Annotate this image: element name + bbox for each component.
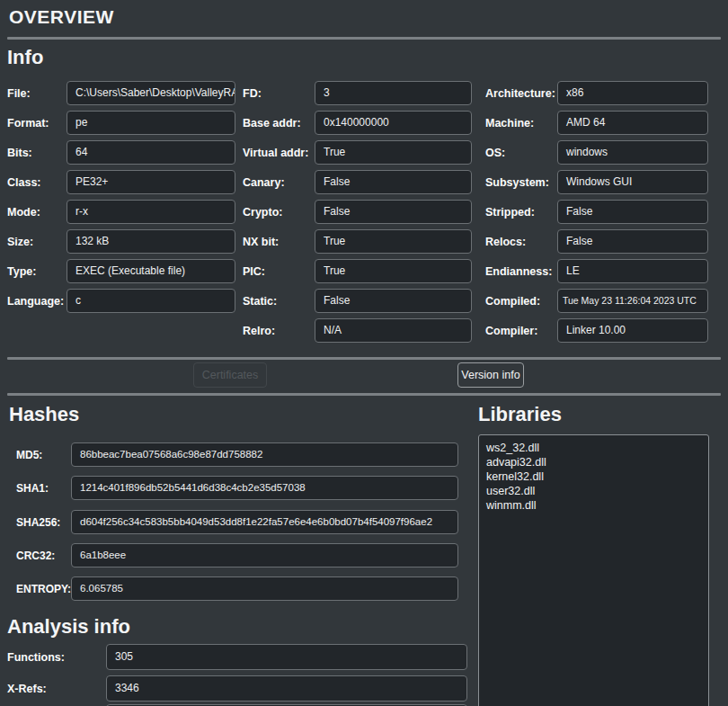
- library-item[interactable]: advapi32.dll: [486, 455, 701, 469]
- info-label-format: Format:: [7, 117, 67, 130]
- info-field-stripped[interactable]: False: [557, 200, 708, 224]
- info-field-endianness[interactable]: LE: [557, 259, 708, 283]
- info-row: FD:3: [243, 78, 472, 108]
- info-row: Format:pe: [7, 108, 235, 138]
- info-field-file[interactable]: C:\Users\Saber\Desktop\ValleyRAT: [67, 81, 235, 105]
- info-row: Compiler:Linker 10.00: [485, 316, 708, 345]
- hash-field-entropy[interactable]: 6.065785: [71, 576, 458, 601]
- info-label-subsystem: Subsystem:: [485, 176, 557, 189]
- info-row: Language:c: [7, 286, 235, 316]
- info-label-relro: Relro:: [243, 325, 315, 337]
- info-row: Architecture:x86: [485, 78, 708, 108]
- overview-panel: { "panel": { "title": "OVERVIEW" }, "col…: [0, 0, 728, 706]
- libraries-list[interactable]: ws2_32.dll advapi32.dll kernel32.dll use…: [478, 434, 709, 706]
- analysis-row: X-Refs:3346: [7, 675, 467, 702]
- info-field-architecture[interactable]: x86: [557, 81, 708, 105]
- info-row: Base addr:0x140000000: [243, 108, 472, 138]
- info-field-canary[interactable]: False: [315, 170, 472, 194]
- info-label-static: Static:: [243, 295, 315, 308]
- info-field-relro[interactable]: N/A: [315, 318, 472, 343]
- library-item[interactable]: winmm.dll: [486, 498, 701, 513]
- info-row: Compiled:Tue May 23 11:26:04 2023 UTC: [485, 286, 708, 316]
- info-row: Virtual addr:True: [243, 138, 472, 167]
- separator: [7, 37, 721, 40]
- info-row: Size:132 kB: [7, 227, 235, 256]
- library-item[interactable]: user32.dll: [486, 484, 701, 498]
- info-label-size: Size:: [7, 236, 67, 248]
- info-row: Mode:r-x: [7, 197, 235, 227]
- panel-title: OVERVIEW: [9, 6, 114, 28]
- info-field-static[interactable]: False: [315, 289, 472, 313]
- info-field-nx-bit[interactable]: True: [315, 229, 472, 254]
- info-column-1: File:C:\Users\Saber\Desktop\ValleyRAT Fo…: [7, 78, 235, 316]
- hash-field-md5[interactable]: 86bbeac7bea07568a6c98e87dd758882: [71, 442, 458, 467]
- analysis-label-functions: Functions:: [7, 651, 106, 664]
- info-row: NX bit:True: [243, 227, 472, 256]
- version-info-button[interactable]: Version info: [457, 362, 524, 388]
- info-field-class[interactable]: PE32+: [67, 170, 235, 194]
- info-field-compiler[interactable]: Linker 10.00: [557, 318, 708, 343]
- hash-field-sha256[interactable]: d604f256c34c583b5bb4049d53dd8f1e22fa57e6…: [71, 510, 458, 534]
- info-field-virtual-addr[interactable]: True: [315, 140, 472, 165]
- info-label-endianness: Endianness:: [485, 265, 557, 278]
- info-field-mode[interactable]: r-x: [67, 200, 235, 224]
- info-label-os: OS:: [485, 147, 557, 159]
- info-field-subsystem[interactable]: Windows GUI: [557, 170, 708, 194]
- info-field-type[interactable]: EXEC (Executable file): [67, 259, 235, 283]
- info-field-pic[interactable]: True: [315, 259, 472, 283]
- info-label-mode: Mode:: [7, 206, 67, 219]
- info-column-3: Architecture:x86 Machine:AMD 64 OS:windo…: [485, 78, 708, 345]
- hash-label-sha256: SHA256:: [16, 516, 71, 529]
- hash-label-md5: MD5:: [16, 449, 71, 461]
- info-field-bits[interactable]: 64: [67, 140, 235, 165]
- hash-label-crc32: CRC32:: [16, 550, 71, 562]
- info-field-language[interactable]: c: [67, 289, 235, 313]
- info-field-crypto[interactable]: False: [315, 200, 472, 224]
- info-row: Canary:False: [243, 167, 472, 197]
- info-label-relocs: Relocs:: [485, 236, 557, 248]
- hash-row: MD5:86bbeac7bea07568a6c98e87dd758882: [16, 442, 458, 467]
- info-row: PIC:True: [243, 256, 472, 286]
- hash-label-sha1: SHA1:: [16, 482, 71, 495]
- certificates-button: Certificates: [193, 362, 267, 388]
- hash-field-sha1[interactable]: 1214c401f896db52b5441d6d38c4cb2e35d57038: [71, 476, 458, 500]
- info-row: Relro:N/A: [243, 316, 472, 345]
- info-row: OS:windows: [485, 138, 708, 167]
- library-item[interactable]: kernel32.dll: [486, 469, 701, 484]
- hash-label-entropy: ENTROPY:: [16, 583, 71, 595]
- info-row: Machine:AMD 64: [485, 108, 708, 138]
- info-label-compiler: Compiler:: [485, 325, 557, 337]
- info-label-file: File:: [7, 87, 67, 100]
- info-field-size[interactable]: 132 kB: [67, 229, 235, 254]
- separator: [7, 393, 721, 396]
- info-label-machine: Machine:: [485, 117, 557, 130]
- analysis-heading: Analysis info: [7, 615, 130, 639]
- hash-row: SHA1:1214c401f896db52b5441d6d38c4cb2e35d…: [16, 476, 458, 500]
- info-field-compiled[interactable]: Tue May 23 11:26:04 2023 UTC: [557, 289, 708, 313]
- info-field-fd[interactable]: 3: [315, 81, 472, 105]
- library-item[interactable]: ws2_32.dll: [486, 441, 701, 455]
- hash-row: CRC32:6a1b8eee: [16, 543, 458, 567]
- info-row: Bits:64: [7, 138, 235, 167]
- hashes-heading: Hashes: [9, 403, 79, 426]
- info-heading: Info: [7, 46, 43, 69]
- info-label-bits: Bits:: [7, 147, 67, 159]
- info-label-architecture: Architecture:: [485, 87, 557, 100]
- info-label-class: Class:: [7, 176, 67, 189]
- info-field-os[interactable]: windows: [557, 140, 708, 165]
- info-label-virtual-addr: Virtual addr:: [243, 147, 315, 159]
- hash-field-crc32[interactable]: 6a1b8eee: [71, 543, 458, 567]
- info-field-machine[interactable]: AMD 64: [557, 111, 708, 135]
- info-row: Subsystem:Windows GUI: [485, 167, 708, 197]
- info-row: Endianness:LE: [485, 256, 708, 286]
- info-label-nx-bit: NX bit:: [243, 236, 315, 248]
- libraries-heading: Libraries: [478, 403, 562, 426]
- analysis-field-functions[interactable]: 305: [106, 644, 467, 670]
- info-field-base-addr[interactable]: 0x140000000: [315, 111, 472, 135]
- info-field-relocs[interactable]: False: [557, 229, 708, 254]
- info-field-format[interactable]: pe: [67, 111, 235, 135]
- analysis-field-xrefs[interactable]: 3346: [106, 675, 467, 702]
- info-label-pic: PIC:: [243, 265, 315, 278]
- info-row: File:C:\Users\Saber\Desktop\ValleyRAT: [7, 78, 235, 108]
- info-row: Type:EXEC (Executable file): [7, 256, 235, 286]
